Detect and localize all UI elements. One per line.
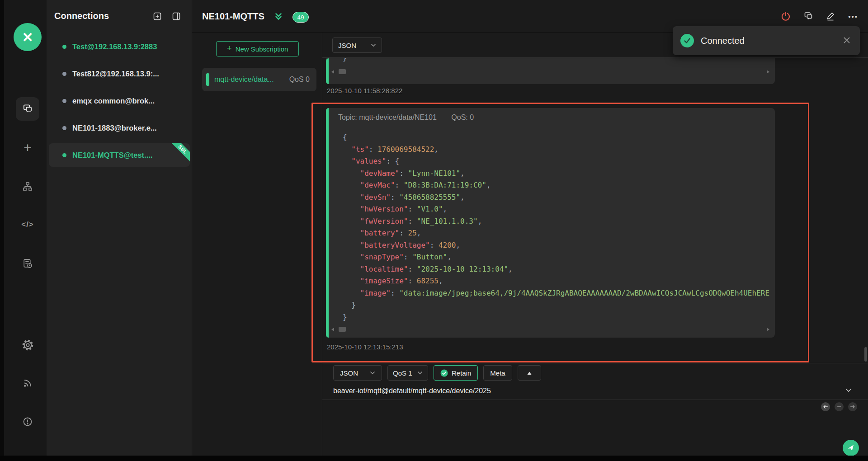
sidebar-item-about[interactable] [16, 410, 39, 433]
connection-label: NE101-MQTTS@test.... [72, 151, 152, 160]
sidebar-item-new-connection[interactable]: + [16, 136, 39, 160]
meta-label: Meta [490, 369, 505, 377]
publish-topic-value: beaver-iot/mqtt@default/mqtt-device/devi… [333, 382, 857, 400]
arrow-left-icon [823, 404, 828, 409]
connection-item[interactable]: Test812@192.168.13.9:... [49, 62, 190, 85]
publish-qos-value: QoS 1 [393, 369, 412, 377]
connection-status-dot [62, 72, 66, 76]
edit-icon[interactable] [826, 11, 836, 22]
connections-icon [22, 103, 33, 115]
message-count-badge: 49 [292, 12, 309, 23]
new-subscription-label: New Subscription [236, 45, 288, 53]
new-subscription-button[interactable]: + New Subscription [216, 41, 299, 56]
message-timestamp: 2025-10-10 12:13:15:213 [327, 343, 403, 351]
collapse-messages-icon[interactable] [274, 12, 283, 22]
publish-topic-input[interactable]: beaver-iot/mqtt@default/mqtt-device/devi… [333, 382, 857, 400]
more-options-icon[interactable]: ••• [848, 13, 858, 20]
plus-icon: + [24, 141, 32, 155]
horizontal-scrollbar[interactable] [330, 326, 770, 333]
connection-label: NE101-1883@broker.e... [72, 124, 157, 132]
payload-line: "battery": 25, [343, 227, 773, 240]
connection-item[interactable]: emqx common@brok... [49, 89, 190, 113]
subscription-color-bar [206, 73, 209, 86]
clear-history-button[interactable] [835, 402, 844, 411]
message-color-bar [326, 108, 329, 338]
arrow-right-icon [850, 404, 855, 409]
window-edge [0, 456, 868, 461]
messages-icon[interactable] [803, 11, 814, 22]
sidebar-item-script[interactable]: </> [16, 213, 39, 236]
scroll-left-icon[interactable] [331, 70, 334, 74]
disconnect-icon[interactable] [780, 11, 791, 22]
sidebar-item-topology[interactable] [16, 175, 39, 198]
chevron-down-icon [371, 43, 376, 47]
payload-line: } [343, 311, 773, 324]
subscription-topic: mqtt-device/data... [214, 68, 274, 91]
connected-toast: Connected [673, 26, 860, 55]
meta-button[interactable]: Meta [483, 365, 512, 381]
connection-status-dot [62, 126, 66, 130]
history-forward-button[interactable] [848, 402, 857, 411]
messages-panel: JSON } 2025-10-10 11:58:28:822 Topi [322, 33, 868, 456]
scrollbar-thumb[interactable] [339, 327, 346, 332]
mqttx-logo: ✕ [14, 23, 42, 51]
send-button[interactable] [843, 440, 859, 456]
collapse-publish-button[interactable] [518, 365, 541, 381]
publish-qos-select[interactable]: QoS 1 [387, 365, 428, 381]
minus-icon [836, 404, 842, 409]
connection-label: emqx common@brok... [72, 97, 155, 105]
messages-viewport[interactable]: } 2025-10-10 11:58:28:822 Topic: mqtt-de… [322, 58, 868, 363]
connection-item[interactable]: NE101-MQTTS@test....SSL [49, 143, 190, 167]
info-icon [22, 416, 33, 427]
horizontal-scrollbar[interactable] [330, 68, 770, 75]
connection-label: Test@192.168.13.9:2883 [72, 42, 157, 51]
payload-line: "localtime": "2025-10-10 12:13:04", [343, 263, 773, 276]
message-color-bar [326, 58, 329, 84]
message-qos: QoS: 0 [451, 113, 474, 121]
close-icon[interactable] [843, 36, 851, 44]
payload-line: "hwVersion": "V1.0", [343, 203, 773, 216]
payload-line: { [343, 132, 773, 144]
connection-status-dot [62, 153, 66, 157]
app-window: ✕ + </> [0, 0, 868, 461]
publish-format-select[interactable]: JSON [333, 365, 382, 381]
message-bubble-current[interactable]: Topic: mqtt-device/data/NE101 QoS: 0 { "… [326, 108, 775, 338]
history-back-button[interactable] [821, 402, 830, 411]
plus-icon: + [227, 43, 232, 53]
subscription-item[interactable]: mqtt-device/data... QoS 0 [202, 68, 316, 91]
window-edge [0, 0, 4, 456]
message-topic: Topic: mqtt-device/data/NE101 [338, 113, 437, 121]
check-circle-icon [440, 369, 448, 377]
sidebar-item-log[interactable] [16, 252, 39, 275]
payload-line: "devSn": "458658825555", [343, 192, 773, 204]
payload-line: } [343, 299, 773, 311]
new-connection-icon[interactable] [153, 12, 162, 21]
message-timestamp: 2025-10-10 11:58:28:822 [327, 87, 402, 94]
sidebar-item-news[interactable] [16, 372, 39, 395]
connection-item[interactable]: Test@192.168.13.9:2883 [49, 35, 190, 58]
scroll-right-icon[interactable] [767, 70, 769, 74]
sidebar-item-connections[interactable] [16, 97, 39, 121]
mqttx-logo-glyph: ✕ [22, 29, 33, 45]
scroll-left-icon[interactable] [331, 328, 334, 331]
message-bubble-older[interactable]: } [326, 58, 775, 84]
send-icon [846, 443, 855, 452]
payload-line: "values": { [343, 155, 773, 168]
retain-label: Retain [452, 369, 471, 377]
connection-status-dot [62, 99, 66, 103]
collapse-panel-icon[interactable] [172, 12, 181, 21]
chevron-down-icon[interactable] [845, 388, 852, 392]
payload-format-select[interactable]: JSON [332, 38, 382, 53]
publish-format-value: JSON [340, 369, 358, 377]
connection-title: NE101-MQTTS [202, 0, 264, 33]
payload-line: "imageSize": 68255, [343, 275, 773, 287]
vertical-scrollbar-thumb[interactable] [864, 347, 867, 362]
sidebar-item-settings[interactable] [16, 333, 39, 357]
payload-line: "fwVersion": "NE_101.1.0.3", [343, 216, 773, 228]
connection-label: Test812@192.168.13.9:... [72, 70, 159, 78]
connection-item[interactable]: NE101-1883@broker.e... [49, 116, 190, 140]
scrollbar-thumb[interactable] [339, 69, 346, 74]
retain-toggle[interactable]: Retain [434, 365, 478, 381]
subscriptions-panel: + New Subscription mqtt-device/data... Q… [192, 33, 322, 456]
scroll-right-icon[interactable] [767, 328, 769, 331]
